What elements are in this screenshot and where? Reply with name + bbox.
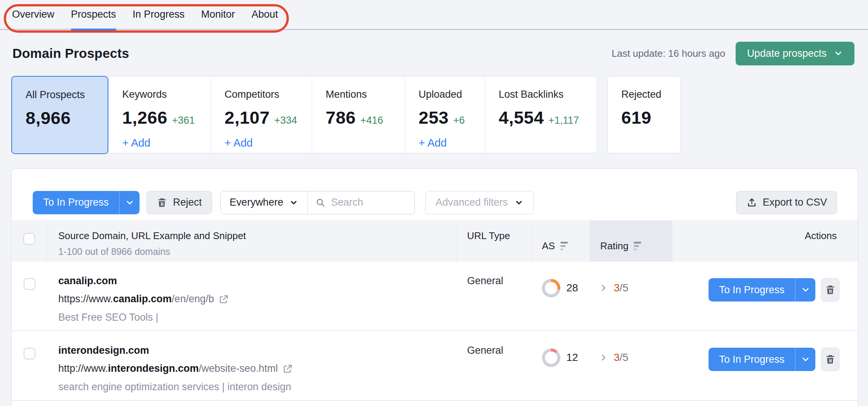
add-keywords-link[interactable]: + Add <box>122 137 211 149</box>
tab-in-progress[interactable]: In Progress <box>133 0 185 30</box>
card-value: 8,966 <box>26 108 71 128</box>
reject-row-button[interactable] <box>821 348 839 371</box>
card-delta: +6 <box>453 115 465 126</box>
search-group: Everywhere <box>220 191 415 214</box>
sort-icon <box>634 242 641 250</box>
search-input[interactable] <box>331 197 406 208</box>
table-toolbar: To In Progress Reject Everywhere <box>12 169 858 220</box>
snippet-text: Best Free SEO Tools | <box>58 312 457 323</box>
chevron-down-icon[interactable] <box>795 348 815 371</box>
prospect-source-cards: All Prospects 8,966 Keywords 1,266 +361 … <box>11 76 681 153</box>
external-link-icon[interactable] <box>219 294 229 304</box>
external-link-icon[interactable] <box>282 364 293 374</box>
column-source-domain: Source Domain, URL Example and Snippet <box>58 230 456 242</box>
column-actions: Actions <box>672 220 858 262</box>
update-prospects-button[interactable]: Update prospects <box>736 42 854 65</box>
card-rejected[interactable]: Rejected 619 <box>607 76 681 153</box>
url-type-value: General <box>457 262 531 330</box>
chevron-down-icon[interactable] <box>795 278 815 301</box>
authority-score-gauge <box>542 348 560 367</box>
chevron-down-icon <box>289 198 298 207</box>
card-delta: +416 <box>360 115 383 126</box>
page-title: Domain Prospects <box>12 46 129 61</box>
column-url-type: URL Type <box>457 220 531 262</box>
url-example-link[interactable]: http://www.interondesign.com/website-seo… <box>58 363 457 374</box>
tab-prospects[interactable]: Prospects <box>71 0 116 30</box>
rating-expander[interactable]: 3/5 <box>590 262 672 303</box>
tab-bar: Overview Prospects In Progress Monitor A… <box>0 0 868 30</box>
table-row: canalip.com https://www.canalip.com/en/e… <box>12 262 858 331</box>
authority-score-value: 28 <box>566 282 578 294</box>
export-to-csv-button[interactable]: Export to CSV <box>736 191 837 214</box>
chevron-right-icon <box>599 353 609 362</box>
trash-icon <box>825 284 836 295</box>
trash-icon <box>156 197 168 208</box>
export-icon <box>746 197 757 208</box>
select-all-checkbox[interactable] <box>23 233 35 245</box>
column-rating-sort[interactable]: Rating <box>590 220 672 262</box>
tab-monitor[interactable]: Monitor <box>201 0 235 30</box>
pagination-summary: 1-100 out of 8966 domains <box>58 246 456 257</box>
source-domain: interondesign.com <box>58 345 457 356</box>
table-row: interondesign.com http://www.interondesi… <box>12 331 858 401</box>
snippet-text: search engine optimization services | in… <box>58 381 457 393</box>
add-uploaded-link[interactable]: + Add <box>419 137 485 149</box>
search-icon <box>315 197 326 208</box>
chevron-down-icon <box>833 48 843 58</box>
page-header: Domain Prospects Last update: 16 hours a… <box>0 31 868 76</box>
reject-row-button[interactable] <box>821 278 839 301</box>
tab-about[interactable]: About <box>252 0 278 30</box>
card-value: 619 <box>621 107 651 128</box>
to-in-progress-row-button[interactable]: To In Progress <box>709 278 815 301</box>
card-value: 253 <box>419 107 449 128</box>
authority-score-gauge <box>542 279 560 297</box>
link-building-tool-page: Overview Prospects In Progress Monitor A… <box>0 0 868 406</box>
last-update-text: Last update: 16 hours ago <box>612 48 725 59</box>
card-keywords[interactable]: Keywords 1,266 +361 + Add <box>108 76 211 153</box>
rating-expander[interactable]: 3/5 <box>590 331 672 373</box>
add-competitors-link[interactable]: + Add <box>225 137 312 149</box>
to-in-progress-bulk-button[interactable]: To In Progress <box>33 191 140 214</box>
url-type-value: General <box>457 331 531 400</box>
column-as-sort[interactable]: AS <box>531 220 590 262</box>
card-lost-backlinks[interactable]: Lost Backlinks 4,554 +1,117 <box>485 76 597 153</box>
sort-icon <box>560 242 568 250</box>
prospects-table-panel: To In Progress Reject Everywhere <box>11 168 858 406</box>
advanced-filters-button[interactable]: Advanced filters <box>425 191 534 214</box>
reject-button[interactable]: Reject <box>146 191 212 214</box>
card-value: 4,554 <box>499 107 544 128</box>
card-delta: +361 <box>172 115 195 126</box>
row-checkbox[interactable] <box>24 278 35 290</box>
chevron-down-icon[interactable] <box>120 191 140 214</box>
chevron-down-icon <box>514 198 524 207</box>
row-checkbox[interactable] <box>24 348 35 359</box>
card-value: 1,266 <box>122 107 167 128</box>
card-all-prospects[interactable]: All Prospects 8,966 <box>11 76 108 154</box>
card-competitors[interactable]: Competitors 2,107 +334 + Add <box>211 76 312 153</box>
card-delta: +1,117 <box>548 115 579 126</box>
to-in-progress-row-button[interactable]: To In Progress <box>709 348 815 371</box>
card-value: 2,107 <box>225 107 270 128</box>
card-value: 786 <box>326 107 356 128</box>
table-header: Source Domain, URL Example and Snippet 1… <box>12 220 858 262</box>
chevron-right-icon <box>599 283 609 293</box>
trash-icon <box>825 354 836 365</box>
card-mentions[interactable]: Mentions 786 +416 <box>312 76 405 153</box>
tab-overview[interactable]: Overview <box>12 0 55 30</box>
authority-score-value: 12 <box>566 351 578 364</box>
card-delta: +334 <box>274 115 297 126</box>
source-domain: canalip.com <box>58 275 457 287</box>
url-example-link[interactable]: https://www.canalip.com/en/eng/b <box>58 293 457 305</box>
search-scope-dropdown[interactable]: Everywhere <box>221 191 308 214</box>
card-uploaded[interactable]: Uploaded 253 +6 + Add <box>405 76 485 153</box>
